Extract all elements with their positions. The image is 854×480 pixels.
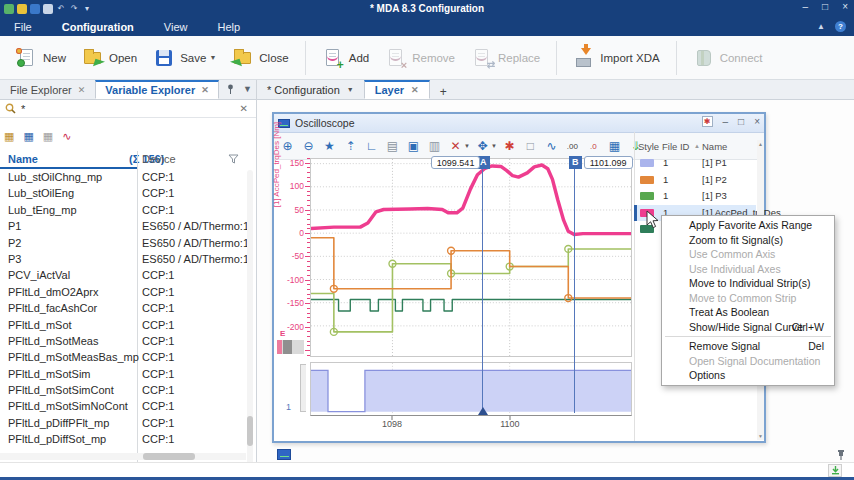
- customize-caret-icon[interactable]: ▾: [82, 4, 92, 14]
- table-row[interactable]: PFltLd_mSotSimCCP:1: [0, 367, 246, 383]
- table-row[interactable]: P2ES650 / AD/Thermo:1: [0, 236, 246, 252]
- dropdown-caret-icon[interactable]: ▼: [464, 143, 470, 149]
- menu-tab-help[interactable]: Help: [216, 19, 243, 35]
- redo-icon[interactable]: ↷: [69, 4, 79, 14]
- maximize-window-icon[interactable]: □: [738, 116, 744, 127]
- export-status-icon[interactable]: [828, 464, 842, 477]
- slider-thumb[interactable]: [283, 340, 292, 354]
- menu-tab-file[interactable]: File: [12, 19, 34, 35]
- zoom-fit-icon[interactable]: ★: [321, 138, 338, 155]
- pin-icon[interactable]: [836, 449, 846, 461]
- scrollbar-thumb[interactable]: [247, 416, 253, 446]
- close-window-icon[interactable]: ×: [754, 116, 760, 127]
- cursor-a-line[interactable]: [482, 163, 483, 413]
- signal-style-swatch[interactable]: [640, 176, 654, 184]
- scrollbar-thumb[interactable]: [143, 453, 195, 460]
- tab-configuration[interactable]: * Configuration ▼: [257, 80, 364, 99]
- menu-item-apply-favorite-axis-range[interactable]: Apply Favorite Axis Range: [662, 218, 834, 233]
- table-row[interactable]: PFltLd_mSotSimNoContCCP:1: [0, 399, 246, 415]
- table-row[interactable]: Lub_stOilChng_mpCCP:1: [0, 170, 246, 186]
- table-row[interactable]: PFltLd_facAshCorCCP:1: [0, 301, 246, 317]
- style-column-header[interactable]: Style: [638, 141, 659, 152]
- save-icon[interactable]: [30, 4, 40, 14]
- rectangle-icon[interactable]: □: [522, 138, 539, 155]
- search-input-value[interactable]: *: [21, 103, 25, 115]
- cursor-a-triangle[interactable]: [478, 402, 488, 415]
- zoom-out-icon[interactable]: ⊖: [300, 138, 317, 155]
- device-column-header[interactable]: Device: [142, 153, 176, 165]
- table-row[interactable]: PFltLd_mSotCCP:1: [0, 318, 246, 334]
- close-tab-icon[interactable]: ✕: [201, 85, 209, 95]
- chevron-down-icon[interactable]: ▼: [347, 86, 354, 93]
- menu-tab-view[interactable]: View: [162, 19, 190, 35]
- signal-style-swatch[interactable]: [640, 192, 654, 200]
- filter-icon[interactable]: [228, 154, 239, 164]
- table-row[interactable]: PFltLd_mSotMeasBas_mpCCP:1: [0, 350, 246, 366]
- minimize-window-icon[interactable]: –: [723, 116, 729, 127]
- new-button[interactable]: New: [8, 44, 74, 72]
- table-row[interactable]: Lub_tEng_mpCCP:1: [0, 203, 246, 219]
- horizontal-scrollbar[interactable]: [0, 453, 246, 460]
- zoom-in-icon[interactable]: ⊕: [279, 138, 296, 155]
- vertical-scrollbar[interactable]: [247, 170, 253, 480]
- decimal-decrease-icon[interactable]: .0: [585, 138, 602, 155]
- maximize-button[interactable]: □: [822, 1, 828, 12]
- cursor-b-badge[interactable]: B: [569, 156, 582, 169]
- y-axis-zoom-slider[interactable]: [277, 340, 304, 354]
- table-row[interactable]: PFltLd_pDiffSot_mpCCP:1: [0, 432, 246, 448]
- signal-cursor-icon[interactable]: ✕: [447, 138, 464, 155]
- save-button[interactable]: Save▼: [145, 44, 224, 72]
- add-button[interactable]: +Add: [314, 44, 377, 72]
- tab-layer[interactable]: Layer ✕: [364, 80, 430, 99]
- clear-search-icon[interactable]: ✕: [240, 103, 248, 114]
- table-row[interactable]: Lub_stOilEngCCP:1: [0, 186, 246, 202]
- boolean-strip-axis-bracket[interactable]: [300, 364, 306, 412]
- decimal-increase-icon[interactable]: .00: [564, 138, 581, 155]
- dropdown-caret-icon[interactable]: ▼: [491, 143, 497, 149]
- menu-item-move-to-individual-strip-s[interactable]: Move to Individual Strip(s): [662, 276, 834, 291]
- menu-item-show-hide-signal-curve[interactable]: Show/Hide Signal CurveCtrl+W: [662, 320, 834, 335]
- statistics-icon[interactable]: ∿: [543, 138, 560, 155]
- menu-item-zoom-to-fit-signal-s[interactable]: Zoom to fit Signal(s): [662, 233, 834, 248]
- oscilloscope-titlebar[interactable]: Oscilloscope ✱ – □ ×: [274, 114, 764, 133]
- scroll-down-icon[interactable]: ▼: [757, 433, 764, 439]
- table-row[interactable]: P3ES650 / AD/Thermo:1: [0, 252, 246, 268]
- tab-file-explorer[interactable]: File Explorer ✕: [0, 80, 95, 99]
- table-row[interactable]: PFltLd_dmO2AprxCCP:1: [0, 285, 246, 301]
- table-row[interactable]: PCV_iActValCCP:1: [0, 268, 246, 284]
- open-button[interactable]: Open: [74, 44, 145, 72]
- cursor-b-line[interactable]: [574, 163, 575, 413]
- chevron-down-icon[interactable]: ▼: [243, 84, 252, 94]
- signal-preview-icon[interactable]: ∿: [62, 130, 71, 143]
- close-tab-icon[interactable]: ✕: [411, 85, 419, 95]
- copy-icon[interactable]: ▤: [384, 138, 401, 155]
- close-button[interactable]: ×: [842, 1, 848, 12]
- pan-icon[interactable]: ✥: [474, 138, 491, 155]
- xy-axis-icon[interactable]: ∟: [363, 138, 380, 155]
- filter-remove-icon[interactable]: ▦: [43, 130, 53, 143]
- name-column-header[interactable]: Name: [702, 141, 727, 152]
- main-strip-plot[interactable]: [310, 158, 632, 357]
- menu-item-remove-signal[interactable]: Remove SignalDel: [662, 339, 834, 354]
- dropdown-caret-icon[interactable]: ▼: [209, 54, 216, 61]
- layer-properties-icon[interactable]: ✱: [702, 116, 713, 127]
- menu-tab-configuration[interactable]: Configuration: [60, 19, 136, 35]
- scroll-up-icon[interactable]: ▲: [757, 141, 764, 147]
- export-report-icon[interactable]: [43, 4, 53, 14]
- print-icon[interactable]: ▥: [426, 138, 443, 155]
- table-row[interactable]: P1ES650 / AD/Thermo:1: [0, 219, 246, 235]
- name-column-header[interactable]: Name: [8, 153, 38, 165]
- open-folder-icon[interactable]: [17, 4, 27, 14]
- close-button[interactable]: Close: [224, 44, 296, 72]
- layer-table-icon[interactable]: ▦: [606, 138, 623, 155]
- collapse-ribbon-icon[interactable]: ▲: [817, 22, 825, 31]
- y-axis-icon[interactable]: ⇡: [342, 138, 359, 155]
- close-tab-icon[interactable]: ✕: [78, 85, 86, 95]
- table-row[interactable]: PFltLd_mSotMeasCCP:1: [0, 334, 246, 350]
- columns-check-icon[interactable]: ▦: [23, 130, 33, 143]
- help-icon[interactable]: ?: [835, 21, 846, 32]
- minimized-layer-icon[interactable]: [277, 449, 291, 460]
- app-icon[interactable]: [4, 4, 14, 14]
- save-icon[interactable]: ▣: [405, 138, 422, 155]
- minimize-button[interactable]: –: [803, 1, 809, 12]
